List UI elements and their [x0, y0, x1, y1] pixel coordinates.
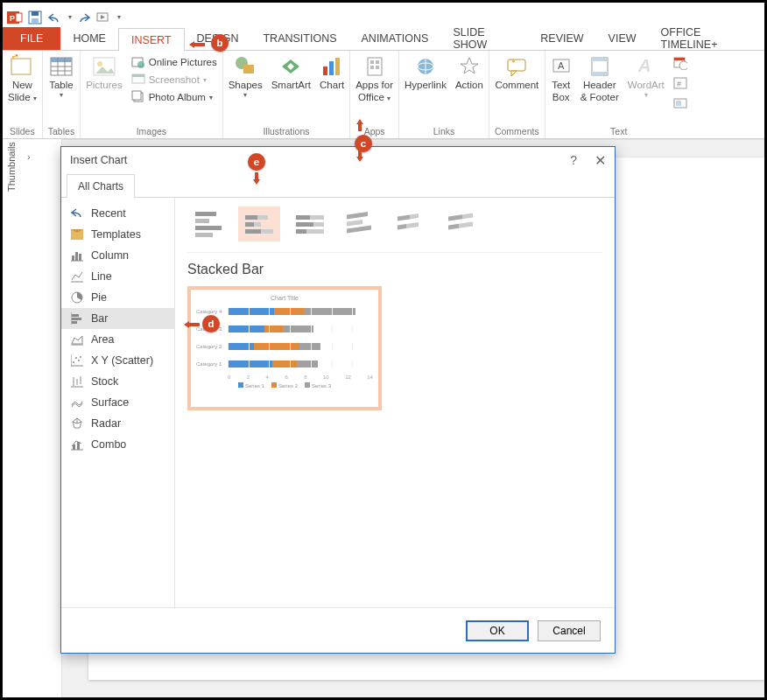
qat-customize[interactable]: ▾ — [117, 13, 121, 21]
svg-rect-33 — [368, 58, 382, 75]
nav-pie[interactable]: Pie — [61, 287, 174, 308]
tab-slideshow[interactable]: SLIDE SHOW — [440, 27, 528, 50]
nav-xy[interactable]: X Y (Scatter) — [61, 350, 174, 371]
callout-e: e — [248, 153, 265, 171]
tab-file[interactable]: FILE — [3, 27, 60, 50]
chart-button[interactable]: Chart — [320, 54, 344, 91]
online-pictures-button[interactable]: Online Pictures — [131, 54, 217, 70]
smartart-button[interactable]: SmartArt — [271, 54, 311, 91]
svg-rect-62 — [79, 254, 81, 261]
header-footer-button[interactable]: Header& Footer — [581, 54, 619, 102]
undo-icon[interactable] — [47, 11, 63, 24]
group-illustrations: Shapes▾ SmartArt Chart Illustrations — [223, 51, 351, 138]
svg-rect-34 — [370, 60, 374, 64]
nav-radar[interactable]: Radar — [61, 413, 174, 434]
subtype-stacked-bar[interactable] — [238, 206, 280, 242]
chart-preview[interactable]: Chart TitleCategory 4Category 3Category … — [187, 286, 382, 410]
stock-icon — [70, 374, 84, 388]
subtype-row — [187, 206, 602, 253]
nav-line[interactable]: Line — [61, 266, 174, 287]
subtype-3d-clustered-bar[interactable] — [340, 206, 382, 242]
textbox-l2: Box — [552, 92, 570, 103]
start-from-beginning-icon[interactable] — [96, 11, 112, 24]
nav-bar[interactable]: Bar — [61, 308, 174, 329]
wordart-button[interactable]: AWordArt▾ — [628, 54, 665, 99]
nav-combo[interactable]: Combo — [61, 434, 174, 455]
undo-dropdown[interactable]: ▾ — [68, 13, 72, 21]
nav-stock[interactable]: Stock — [61, 371, 174, 392]
close-icon[interactable]: ✕ — [595, 152, 606, 169]
svg-rect-97 — [462, 214, 473, 220]
svg-marker-41 — [461, 58, 478, 74]
tab-insert[interactable]: INSERT — [118, 28, 185, 51]
subtype-100-stacked-bar[interactable] — [289, 206, 331, 242]
help-icon[interactable]: ? — [570, 153, 577, 167]
header-l1: Header — [583, 80, 616, 91]
callout-d: d — [202, 315, 220, 332]
nav-pie-label: Pie — [91, 291, 107, 304]
chart-type-nav: Recent Templates Column Line Pie Bar Are… — [61, 198, 175, 609]
photo-album-label: Photo Album — [149, 92, 206, 102]
thumbnails-expand-icon[interactable]: › — [27, 151, 31, 162]
dialog-tabs: All Charts — [61, 173, 615, 198]
nav-bar-label: Bar — [91, 312, 108, 325]
screenshot-button[interactable]: Screenshot ▾ — [131, 72, 217, 88]
nav-surface[interactable]: Surface — [61, 392, 174, 413]
save-icon[interactable] — [28, 10, 42, 24]
tab-all-charts[interactable]: All Charts — [67, 174, 135, 198]
new-slide-button[interactable]: ✶ New Slide ▾ — [8, 54, 37, 102]
scatter-icon — [70, 354, 84, 368]
svg-text:#: # — [677, 80, 681, 88]
comment-button[interactable]: ✶Comment — [495, 54, 538, 91]
photo-album-button[interactable]: Photo Album ▾ — [131, 89, 217, 105]
slide-number-icon[interactable]: # — [673, 76, 687, 94]
nav-surface-label: Surface — [91, 396, 129, 409]
subtype-clustered-bar[interactable] — [187, 206, 229, 242]
object-icon[interactable] — [673, 96, 687, 114]
svg-rect-99 — [459, 222, 473, 228]
nav-recent[interactable]: Recent — [61, 203, 174, 224]
shapes-button[interactable]: Shapes▾ — [229, 54, 263, 99]
svg-rect-68 — [72, 321, 77, 324]
tab-home[interactable]: HOME — [60, 27, 118, 50]
nav-templates[interactable]: Templates — [61, 224, 174, 245]
group-text-label: Text — [610, 124, 627, 136]
pictures-button[interactable]: Pictures — [86, 54, 123, 91]
table-label: Table — [49, 80, 74, 90]
cancel-button[interactable]: Cancel — [538, 620, 601, 641]
bar-icon — [70, 312, 84, 326]
redo-icon[interactable] — [77, 11, 91, 24]
svg-text:A: A — [637, 56, 651, 75]
textbox-button[interactable]: ATextBox — [551, 54, 572, 102]
action-button[interactable]: Action — [455, 54, 483, 91]
nav-area[interactable]: Area — [61, 329, 174, 350]
tab-office-timeline[interactable]: OFFICE TIMELINE+ — [649, 27, 764, 50]
svg-rect-67 — [72, 318, 81, 320]
screenshot-icon — [131, 73, 145, 87]
nav-column[interactable]: Column — [61, 245, 174, 266]
table-icon — [49, 54, 74, 79]
apps-button[interactable]: Apps forOffice ▾ — [355, 54, 393, 102]
shapes-icon — [233, 54, 257, 79]
group-comments-label: Comments — [495, 124, 539, 136]
hyperlink-label: Hyperlink — [405, 80, 447, 91]
line-icon — [70, 270, 84, 284]
apps-icon — [362, 54, 387, 79]
table-button[interactable]: Table ▾ — [49, 54, 74, 99]
tab-view[interactable]: VIEW — [596, 27, 649, 50]
tab-review[interactable]: REVIEW — [528, 27, 595, 50]
subtype-3d-stacked-bar[interactable] — [391, 206, 433, 242]
tab-transitions[interactable]: TRANSITIONS — [250, 27, 348, 50]
group-slides-label: Slides — [10, 124, 35, 136]
group-links-label: Links — [433, 124, 455, 136]
date-time-icon[interactable] — [673, 56, 687, 74]
svg-rect-31 — [329, 61, 334, 75]
nav-radar-label: Radar — [91, 417, 121, 430]
ok-button[interactable]: OK — [466, 620, 529, 641]
tab-animations[interactable]: ANIMATIONS — [349, 27, 441, 50]
hyperlink-button[interactable]: Hyperlink — [405, 54, 447, 91]
svg-marker-101 — [356, 119, 363, 131]
svg-rect-49 — [592, 72, 608, 75]
action-label: Action — [455, 80, 483, 91]
subtype-3d-100-stacked-bar[interactable] — [441, 206, 483, 242]
